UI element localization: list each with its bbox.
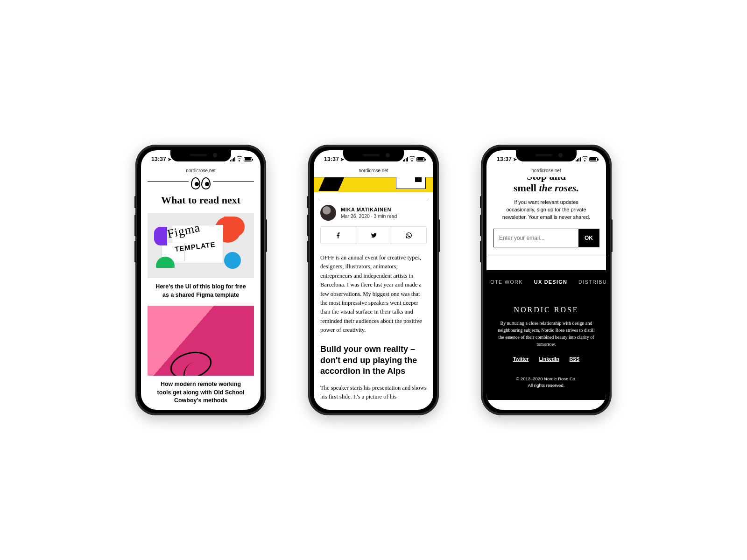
status-time: 13:37 xyxy=(324,156,339,162)
wifi-icon xyxy=(582,157,588,161)
tag-item[interactable]: IOTE WORK xyxy=(488,279,523,285)
email-input[interactable] xyxy=(493,229,578,247)
facebook-icon xyxy=(335,232,342,239)
whatsapp-icon xyxy=(405,232,412,239)
brand-wordmark: NORDIC ROSE xyxy=(496,306,597,314)
tag-item-active[interactable]: UX DESIGN xyxy=(534,279,567,285)
share-row xyxy=(320,226,427,244)
url-bar[interactable]: nordicrose.net xyxy=(486,168,606,177)
wifi-icon xyxy=(237,157,242,161)
article-title: Here's the UI of this blog for free as a… xyxy=(153,283,248,299)
rss-link[interactable]: RSS xyxy=(570,356,580,362)
notch xyxy=(170,150,231,161)
author-name: MIKA MATIKAINEN xyxy=(341,207,397,212)
footer-description: By nurturing a close relationship with d… xyxy=(496,320,597,348)
newsletter-heading: Stop and smell the roses. xyxy=(493,177,599,194)
email-signup-form: OK xyxy=(493,229,599,247)
signal-icon xyxy=(403,157,408,161)
tag-marquee[interactable]: IOTE WORK UX DESIGN DISTRIBUTED T xyxy=(486,270,606,294)
share-twitter-button[interactable] xyxy=(356,227,392,244)
author-meta: Mar 26, 2020 · 3 min read xyxy=(341,213,397,219)
article-subheading: Build your own reality – don't end up pl… xyxy=(320,344,427,377)
article-card-1[interactable]: Figma TEMPLATE Here's the UI of this blo… xyxy=(148,213,254,299)
phone-mockup-3: 13:37➤ nordicrose.net Stop and smell the… xyxy=(481,145,612,415)
status-time: 13:37 xyxy=(497,156,512,162)
signal-icon xyxy=(230,157,235,161)
url-bar[interactable]: nordicrose.net xyxy=(141,168,261,177)
share-whatsapp-button[interactable] xyxy=(391,227,426,244)
eye-icon xyxy=(201,177,211,189)
divider xyxy=(486,256,606,256)
twitter-link[interactable]: Twitter xyxy=(513,356,529,362)
battery-icon xyxy=(589,157,598,161)
wifi-icon xyxy=(409,157,415,161)
tag-item[interactable]: DISTRIBUTED T xyxy=(578,279,606,285)
footer-links: Twitter LinkedIn RSS xyxy=(496,356,597,362)
eyes-divider xyxy=(148,177,254,191)
article-thumbnail xyxy=(148,306,254,376)
twitter-icon xyxy=(370,232,377,239)
submit-button[interactable]: OK xyxy=(578,229,599,247)
signal-icon xyxy=(576,157,581,161)
notch xyxy=(343,150,404,161)
phone-mockup-2: 13:37➤ nordicrose.net MIKA MATIKAINEN xyxy=(308,145,439,415)
notch xyxy=(516,150,577,161)
share-facebook-button[interactable] xyxy=(321,227,356,244)
hero-image-strip xyxy=(314,177,433,192)
article-thumbnail: Figma TEMPLATE xyxy=(148,213,254,278)
avatar xyxy=(320,205,336,221)
url-bar[interactable]: nordicrose.net xyxy=(314,168,433,177)
author-byline[interactable]: MIKA MATIKAINEN Mar 26, 2020 · 3 min rea… xyxy=(320,205,427,221)
battery-icon xyxy=(244,157,252,161)
divider xyxy=(320,199,427,199)
phone-mockup-1: 13:37➤ nordicrose.net What to read next xyxy=(135,145,266,415)
copyright: © 2012–2020 Nordic Rose Co. All rights r… xyxy=(496,376,597,389)
status-time: 13:37 xyxy=(151,156,166,162)
eye-icon xyxy=(191,177,200,189)
linkedin-link[interactable]: LinkedIn xyxy=(539,356,559,362)
battery-icon xyxy=(416,157,425,161)
article-paragraph: The speaker starts his presentation and … xyxy=(320,384,427,400)
article-paragraph: OFFF is an annual event for creative typ… xyxy=(320,253,427,335)
article-card-2[interactable]: How modern remote working tools get alon… xyxy=(148,306,254,405)
article-title: How modern remote working tools get alon… xyxy=(153,380,248,405)
footer: NORDIC ROSE By nurturing a close relatio… xyxy=(486,294,606,400)
newsletter-description: If you want relevant updates occasionall… xyxy=(500,199,592,221)
read-next-heading: What to read next xyxy=(148,194,254,206)
